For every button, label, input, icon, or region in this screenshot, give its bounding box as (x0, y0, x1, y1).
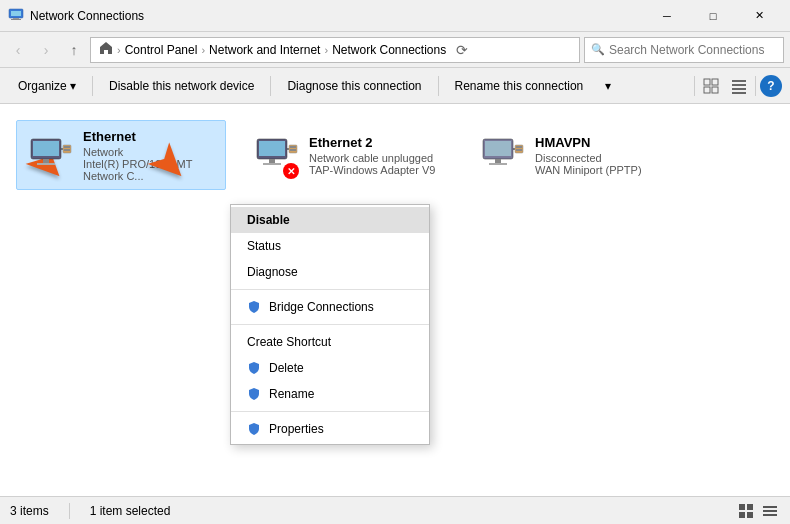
hmavpn-adapter: WAN Miniport (PPTP) (535, 164, 669, 176)
help-button[interactable]: ? (760, 75, 782, 97)
properties-label: Properties (269, 422, 324, 436)
ctx-status[interactable]: Status (231, 233, 429, 259)
svg-rect-7 (712, 87, 718, 93)
svg-rect-35 (516, 149, 522, 151)
search-input[interactable] (609, 43, 777, 57)
path-network-internet[interactable]: Network and Internet (209, 43, 320, 57)
ctx-disable[interactable]: Disable (231, 207, 429, 233)
svg-rect-42 (763, 514, 777, 516)
ctx-delete[interactable]: Delete (231, 355, 429, 381)
rename-button[interactable]: Rename this connection (445, 72, 594, 100)
ctx-shortcut[interactable]: Create Shortcut (231, 329, 429, 355)
svg-rect-36 (739, 504, 745, 510)
window-title: Network Connections (30, 9, 644, 23)
address-bar: ‹ › ↑ › Control Panel › Network and Inte… (0, 32, 790, 68)
network-item-hmavpn[interactable]: HMAVPN Disconnected WAN Miniport (PPTP) (468, 120, 678, 190)
list-view[interactable] (760, 501, 780, 521)
ethernet2-adapter: TAP-Windows Adapter V9 (309, 164, 443, 176)
ctx-sep-3 (231, 411, 429, 412)
svg-rect-14 (43, 159, 49, 163)
ethernet-name: Ethernet (83, 129, 217, 144)
view-separator (694, 76, 695, 96)
content-area: ➤ ➤ Ethernet Ne (0, 104, 790, 496)
toolbar: Organize ▾ Disable this network device D… (0, 68, 790, 104)
delete-shield-icon (247, 361, 261, 375)
hmavpn-icon (477, 131, 525, 179)
details-view-button[interactable] (727, 74, 751, 98)
selected-count: 1 item selected (90, 504, 171, 518)
ethernet2-name: Ethernet 2 (309, 135, 443, 150)
svg-rect-31 (489, 163, 507, 165)
svg-rect-29 (485, 141, 511, 156)
forward-button[interactable]: › (34, 38, 58, 62)
refresh-button[interactable]: ⟳ (450, 37, 474, 63)
disable-label: Disable (247, 213, 290, 227)
svg-rect-13 (33, 141, 59, 156)
svg-rect-37 (747, 504, 753, 510)
diagnose-button[interactable]: Diagnose this connection (277, 72, 431, 100)
status-label: Status (247, 239, 281, 253)
ctx-sep-2 (231, 324, 429, 325)
shortcut-label: Create Shortcut (247, 335, 331, 349)
network-item-ethernet2[interactable]: ✕ Ethernet 2 Network cable unplugged TAP… (242, 120, 452, 190)
path-control-panel[interactable]: Control Panel (125, 43, 198, 57)
svg-rect-11 (732, 92, 746, 94)
path-network-connections[interactable]: Network Connections (332, 43, 446, 57)
ctx-properties[interactable]: Properties (231, 416, 429, 442)
svg-rect-9 (732, 84, 746, 86)
more-button[interactable]: ▾ (595, 72, 621, 100)
hmavpn-status: Disconnected (535, 152, 669, 164)
status-view-controls (736, 501, 780, 521)
ethernet-icon (25, 131, 73, 179)
path-home-icon (99, 41, 113, 58)
svg-rect-3 (11, 19, 21, 20)
address-path[interactable]: › Control Panel › Network and Internet ›… (90, 37, 580, 63)
svg-rect-23 (263, 163, 281, 165)
window-controls: ─ □ ✕ (644, 0, 782, 32)
svg-rect-30 (495, 159, 501, 163)
toolbar-right: ? (694, 74, 782, 98)
svg-rect-1 (11, 11, 21, 16)
status-bar: 3 items 1 item selected (0, 496, 790, 524)
ctx-sep-1 (231, 289, 429, 290)
svg-rect-4 (704, 79, 710, 85)
svg-rect-10 (732, 88, 746, 90)
svg-rect-21 (259, 141, 285, 156)
back-button[interactable]: ‹ (6, 38, 30, 62)
search-icon: 🔍 (591, 43, 605, 56)
large-icons-view[interactable] (736, 501, 756, 521)
window-icon (8, 6, 24, 25)
svg-rect-15 (37, 163, 55, 165)
rename-label: Rename (269, 387, 314, 401)
svg-rect-40 (763, 506, 777, 508)
context-menu: Disable Status Diagnose Bridge Connectio… (230, 204, 430, 445)
up-button[interactable]: ↑ (62, 38, 86, 62)
item-count: 3 items (10, 504, 49, 518)
properties-shield-icon (247, 422, 261, 436)
close-button[interactable]: ✕ (736, 0, 782, 32)
search-box[interactable]: 🔍 (584, 37, 784, 63)
title-bar: Network Connections ─ □ ✕ (0, 0, 790, 32)
ctx-bridge[interactable]: Bridge Connections (231, 294, 429, 320)
svg-rect-18 (64, 146, 70, 148)
svg-rect-26 (290, 146, 296, 148)
svg-rect-8 (732, 80, 746, 82)
ctx-diagnose[interactable]: Diagnose (231, 259, 429, 285)
change-view-button[interactable] (699, 74, 723, 98)
minimize-button[interactable]: ─ (644, 0, 690, 32)
bridge-shield-icon (247, 300, 261, 314)
ethernet2-status: Network cable unplugged (309, 152, 443, 164)
svg-rect-5 (712, 79, 718, 85)
svg-rect-19 (64, 149, 70, 151)
svg-rect-34 (516, 146, 522, 148)
organize-button[interactable]: Organize ▾ (8, 72, 86, 100)
delete-label: Delete (269, 361, 304, 375)
help-separator (755, 76, 756, 96)
ethernet2-info: Ethernet 2 Network cable unplugged TAP-W… (309, 135, 443, 176)
maximize-button[interactable]: □ (690, 0, 736, 32)
hmavpn-name: HMAVPN (535, 135, 669, 150)
disable-network-button[interactable]: Disable this network device (99, 72, 264, 100)
ctx-rename[interactable]: Rename (231, 381, 429, 407)
hmavpn-info: HMAVPN Disconnected WAN Miniport (PPTP) (535, 135, 669, 176)
svg-rect-6 (704, 87, 710, 93)
